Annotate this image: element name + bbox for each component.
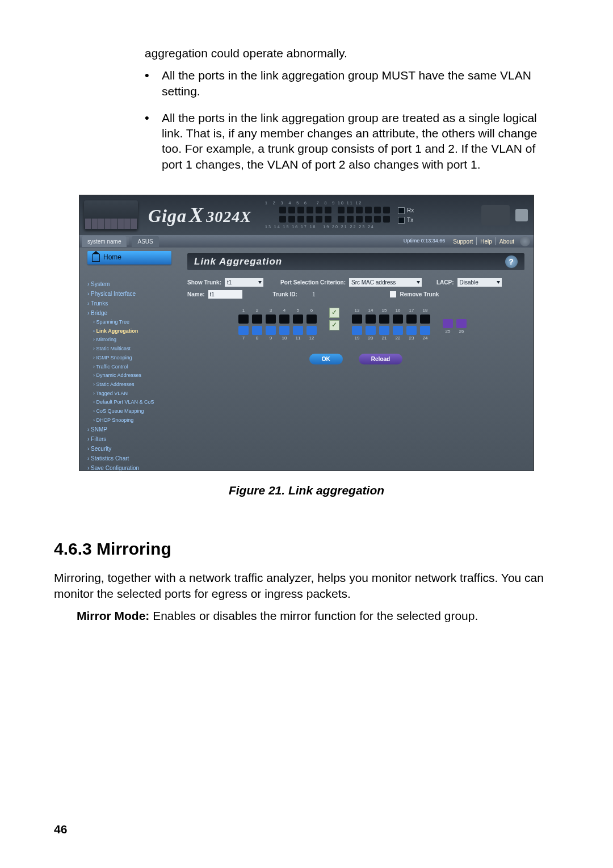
rx-checkbox[interactable] <box>398 207 405 214</box>
port-4[interactable] <box>279 315 289 324</box>
port-14[interactable] <box>366 315 376 324</box>
refresh-icon[interactable] <box>520 236 530 246</box>
help-icon[interactable]: ? <box>505 255 518 268</box>
bullet-list: All the ports in the link aggregation gr… <box>145 68 553 172</box>
system-name-tab[interactable]: system name <box>82 236 127 247</box>
tx-checkbox[interactable] <box>398 217 405 224</box>
port-24[interactable] <box>420 326 430 335</box>
port-selection-label: Port Selection Criterion: <box>280 279 346 286</box>
nav-igmp-snooping[interactable]: IGMP Snooping <box>84 354 180 363</box>
port-9[interactable] <box>266 326 276 335</box>
home-icon <box>92 254 100 262</box>
mirror-mode-label: Mirror Mode: <box>77 609 149 622</box>
page-number: 46 <box>54 821 67 837</box>
port-26[interactable] <box>456 319 467 328</box>
port-17[interactable] <box>406 315 417 324</box>
nav-link-aggregation[interactable]: Link Aggregation <box>84 327 180 336</box>
nav-spanning-tree[interactable]: Spanning Tree <box>84 318 180 327</box>
home-button[interactable]: Home <box>87 251 171 265</box>
nav-traffic-control[interactable]: Traffic Control <box>84 363 180 372</box>
nav-dynamic-addresses[interactable]: Dynamic Addresses <box>84 371 180 380</box>
show-trunk-select[interactable]: t1 <box>225 278 263 287</box>
breadcrumb-strip: system name ASUS Uptime 0:13:34.66 Suppo… <box>79 235 534 248</box>
port-21[interactable] <box>379 326 389 335</box>
port-12[interactable] <box>306 326 317 335</box>
bullet-item: All the ports in the link aggregation gr… <box>145 110 553 172</box>
banner-port-cluster-a <box>279 207 390 224</box>
product-logo: GigaX3024X <box>148 201 251 229</box>
group-a-top-check[interactable] <box>329 308 339 318</box>
nav-statistics-chart[interactable]: Statistics Chart <box>84 454 180 463</box>
help-link[interactable]: Help <box>480 238 492 245</box>
uptime-text: Uptime 0:13:34.66 <box>404 238 446 245</box>
port-11[interactable] <box>293 326 303 335</box>
figure: GigaX3024X 1 2 3 4 5 6 7 8 9 10 11 12 13… <box>54 195 559 498</box>
nav-snmp[interactable]: SNMP <box>84 425 180 434</box>
port-group-b: 13 14 15 16 17 18 19 20 21 <box>352 308 430 341</box>
nav-tagged-vlan[interactable]: Tagged VLAN <box>84 389 180 399</box>
name-label: Name: <box>187 291 205 298</box>
nav-default-port-vlan-cos[interactable]: Default Port VLAN & CoS <box>84 398 180 407</box>
port-23[interactable] <box>406 326 417 335</box>
ok-button[interactable]: OK <box>309 354 343 364</box>
nav-cos-queue-mapping[interactable]: CoS Queue Mapping <box>84 407 180 416</box>
nav-system[interactable]: System <box>84 279 180 289</box>
nav-static-addresses[interactable]: Static Addresses <box>84 380 180 389</box>
printer-icon[interactable] <box>515 209 528 221</box>
port-5[interactable] <box>293 315 303 324</box>
router-admin-screenshot: GigaX3024X 1 2 3 4 5 6 7 8 9 10 11 12 13… <box>79 195 534 471</box>
port-6[interactable] <box>306 315 317 324</box>
port-22[interactable] <box>393 326 403 335</box>
port-16[interactable] <box>393 315 403 324</box>
port-15[interactable] <box>379 315 389 324</box>
asus-tab[interactable]: ASUS <box>132 236 158 247</box>
port-20[interactable] <box>366 326 376 335</box>
lacp-select[interactable]: Disable <box>457 278 502 287</box>
device-thumbnail <box>84 200 138 230</box>
top-banner: GigaX3024X 1 2 3 4 5 6 7 8 9 10 11 12 13… <box>79 195 534 235</box>
group-a-bot-check[interactable] <box>329 320 339 330</box>
nav-bridge[interactable]: Bridge <box>84 308 180 318</box>
port-2[interactable] <box>252 315 262 324</box>
nav-physical-interface[interactable]: Physical Interface <box>84 289 180 299</box>
port-18[interactable] <box>420 315 430 324</box>
nav-filters[interactable]: Filters <box>84 434 180 444</box>
port-label-row: 1 2 3 4 5 6 7 8 9 10 11 12 <box>265 200 390 206</box>
port-grid: 1 2 3 4 5 6 7 8 9 <box>238 308 524 341</box>
nav-save-configuration[interactable]: Save Configuration <box>84 463 180 471</box>
intro-fragment: aggregation could operate abnormally. <box>145 45 553 61</box>
main-panel: Link Aggregation ? Show Trunk: t1 Port S… <box>184 248 534 471</box>
remove-trunk-label: Remove Trunk <box>400 291 439 298</box>
fiber-port-group: 25 26 <box>443 308 467 334</box>
nav-trunks[interactable]: Trunks <box>84 299 180 308</box>
bullet-item: All the ports in the link aggregation gr… <box>145 68 553 99</box>
port-label-row: 13 14 15 16 17 18 19 20 21 22 23 24 <box>265 224 390 229</box>
port-8[interactable] <box>252 326 262 335</box>
brand-badge <box>481 205 510 225</box>
port-1[interactable] <box>238 315 249 324</box>
nav-static-multicast[interactable]: Static Multicast <box>84 345 180 354</box>
button-row: OK Reload <box>187 354 524 364</box>
port-13[interactable] <box>352 315 362 324</box>
reload-button[interactable]: Reload <box>359 354 402 364</box>
nav-mirroring[interactable]: Mirroring <box>84 336 180 345</box>
port-19[interactable] <box>352 326 362 335</box>
support-link[interactable]: Support <box>453 238 473 245</box>
rx-tx-toggle: Rx Tx <box>398 207 414 224</box>
nav-security[interactable]: Security <box>84 444 180 454</box>
name-input[interactable] <box>208 290 242 299</box>
port-10[interactable] <box>279 326 289 335</box>
remove-trunk-checkbox[interactable] <box>390 291 396 297</box>
port-25[interactable] <box>443 319 453 328</box>
show-trunk-label: Show Trunk: <box>187 279 221 286</box>
port-selection-select[interactable]: Src MAC address <box>349 278 422 287</box>
group-a-select-column <box>329 308 339 330</box>
section-heading: 4.6.3 Mirroring <box>54 538 559 560</box>
about-link[interactable]: About <box>499 238 514 245</box>
nav-dhcp-snooping[interactable]: DHCP Snooping <box>84 416 180 425</box>
figure-caption: Figure 21. Link aggregation <box>54 483 559 498</box>
port-3[interactable] <box>266 315 276 324</box>
mirror-mode-paragraph: Mirror Mode: Enables or disables the mir… <box>77 608 559 623</box>
port-group-a: 1 2 3 4 5 6 7 8 9 <box>238 308 317 341</box>
port-7[interactable] <box>238 326 249 335</box>
